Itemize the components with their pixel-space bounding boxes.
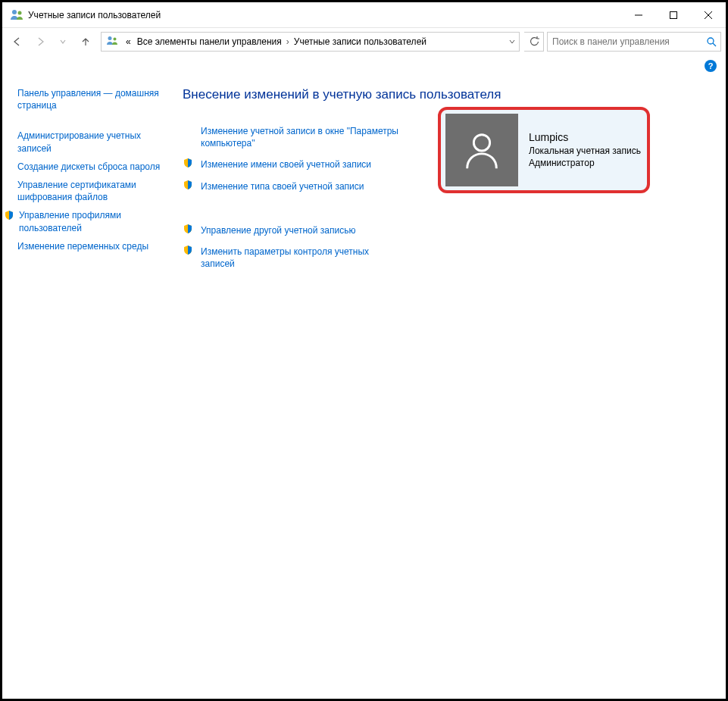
svg-point-6 (108, 36, 112, 40)
action-uac-settings[interactable]: Изменить параметры контроля учетных запи… (183, 241, 402, 274)
window-frame: Учетные записи пользователей (0, 0, 728, 701)
action-manage-other[interactable]: Управление другой учетной записью (183, 220, 402, 241)
sidebar-item-label: Администрирование учетных записей (17, 130, 164, 154)
current-user-card: Lumpics Локальная учетная запись Админис… (438, 107, 650, 193)
sidebar-item-user-profiles[interactable]: Управление профилями пользователей (17, 206, 164, 236)
shield-icon (4, 210, 14, 221)
sidebar-item-home[interactable]: Панель управления — домашняя страница (17, 84, 164, 114)
breadcrumb-prefix[interactable]: « (123, 36, 134, 47)
sidebar-item-certificates[interactable]: Управление сертификатами шифрования файл… (17, 176, 164, 206)
sidebar-item-label: Панель управления — домашняя страница (17, 87, 164, 111)
user-name: Lumpics (529, 131, 641, 143)
action-column: Изменение учетной записи в окне "Парамет… (183, 120, 402, 274)
chevron-right-icon[interactable]: › (285, 36, 291, 47)
svg-point-0 (12, 10, 17, 14)
avatar (445, 114, 518, 186)
user-role: Администратор (529, 157, 641, 169)
shield-icon (183, 180, 193, 190)
svg-point-1 (18, 11, 22, 14)
sidebar-item-admin-accounts[interactable]: Администрирование учетных записей (17, 127, 164, 157)
help-strip: ? (2, 55, 726, 77)
action-change-in-settings[interactable]: Изменение учетной записи в окне "Парамет… (183, 120, 402, 154)
svg-point-10 (473, 135, 489, 151)
recent-dropdown[interactable] (52, 31, 73, 52)
forward-button[interactable] (30, 31, 51, 52)
action-link-label: Изменение типа своей учетной записи (201, 181, 364, 192)
shield-icon (183, 158, 193, 168)
window-title: Учетные записи пользователей (28, 10, 621, 20)
svg-line-9 (713, 43, 716, 46)
action-link-label: Управление другой учетной записью (201, 225, 355, 236)
address-dropdown[interactable] (505, 38, 519, 45)
main-content: Внесение изменений в учетную запись поль… (169, 77, 726, 699)
sidebar-item-label: Создание дискеты сброса пароля (17, 161, 160, 173)
sidebar-item-env-vars[interactable]: Изменение переменных среды (17, 237, 164, 255)
window-controls (621, 2, 726, 27)
sidebar: Панель управления — домашняя страница Ад… (2, 77, 169, 699)
back-button[interactable] (7, 31, 28, 52)
action-link-label: Изменить параметры контроля учетных запи… (201, 246, 369, 269)
sidebar-item-label: Управление профилями пользователей (19, 209, 164, 233)
breadcrumb-seg-2[interactable]: Учетные записи пользователей (291, 36, 430, 47)
maximize-button[interactable] (656, 2, 691, 27)
minimize-button[interactable] (621, 2, 656, 27)
sidebar-item-label: Изменение переменных среды (17, 240, 148, 252)
shield-icon (183, 224, 193, 234)
nav-bar: « Все элементы панели управления › Учетн… (2, 28, 726, 55)
search-input[interactable] (548, 36, 702, 47)
search-box[interactable] (547, 32, 721, 52)
up-button[interactable] (75, 31, 96, 52)
svg-rect-3 (670, 11, 677, 18)
action-change-type[interactable]: Изменение типа своей учетной записи (183, 176, 402, 197)
shield-icon (183, 245, 193, 255)
svg-point-8 (708, 38, 714, 44)
breadcrumb-seg-1[interactable]: Все элементы панели управления (134, 36, 285, 47)
title-bar: Учетные записи пользователей (2, 2, 726, 28)
user-account-type: Локальная учетная запись (529, 145, 641, 157)
sidebar-item-label: Управление сертификатами шифрования файл… (17, 179, 164, 203)
svg-point-7 (114, 37, 117, 40)
body-area: Панель управления — домашняя страница Ад… (2, 77, 726, 699)
close-button[interactable] (691, 2, 726, 27)
app-icon (10, 8, 23, 22)
refresh-button[interactable] (524, 32, 544, 52)
action-link-label: Изменение учетной записи в окне "Парамет… (201, 126, 398, 149)
user-info: Lumpics Локальная учетная запись Админис… (529, 131, 641, 169)
action-change-name[interactable]: Изменение имени своей учетной записи (183, 154, 402, 175)
search-icon[interactable] (702, 36, 720, 47)
action-link-label: Изменение имени своей учетной записи (201, 159, 371, 170)
sidebar-item-password-reset-disk[interactable]: Создание дискеты сброса пароля (17, 158, 164, 176)
help-icon[interactable]: ? (705, 60, 717, 72)
page-heading: Внесение изменений в учетную запись поль… (183, 87, 712, 102)
address-bar[interactable]: « Все элементы панели управления › Учетн… (101, 32, 520, 52)
address-icon (106, 35, 118, 49)
